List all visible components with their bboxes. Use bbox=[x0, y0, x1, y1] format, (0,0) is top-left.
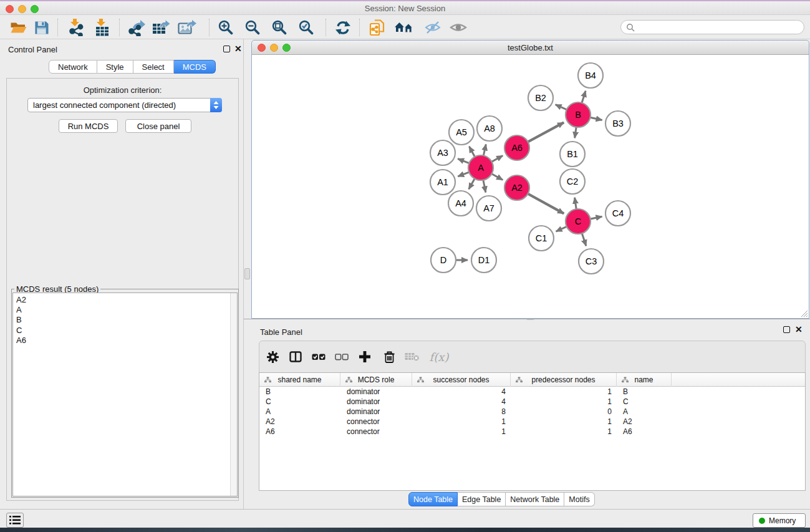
list-icon bbox=[9, 516, 21, 525]
add-column-button[interactable] bbox=[355, 347, 374, 366]
result-item[interactable]: A6 bbox=[16, 336, 26, 346]
copy-network-button[interactable] bbox=[367, 17, 387, 37]
table-panel-close-button[interactable]: ✕ bbox=[795, 325, 803, 334]
result-item[interactable]: C bbox=[16, 326, 26, 336]
node-A[interactable]: A bbox=[468, 155, 493, 180]
resize-grip-icon[interactable] bbox=[800, 309, 808, 317]
control-panel-float-button[interactable] bbox=[223, 46, 230, 52]
column-header-name[interactable]: name bbox=[617, 373, 672, 387]
cell: A6 bbox=[617, 427, 672, 437]
table-row-B[interactable]: Bdominator41B bbox=[259, 387, 805, 397]
node-B1[interactable]: B1 bbox=[560, 142, 585, 167]
node-A1[interactable]: A1 bbox=[430, 170, 455, 195]
table-row-A[interactable]: Adominator80A bbox=[259, 407, 805, 417]
home-icon bbox=[395, 20, 414, 35]
column-header-successor-nodes[interactable]: successor nodes bbox=[412, 373, 511, 387]
node-C1[interactable]: C1 bbox=[529, 226, 554, 251]
svg-text:B2: B2 bbox=[535, 93, 546, 103]
node-D[interactable]: D bbox=[431, 248, 456, 273]
criterion-select[interactable]: largest connected component (directed) bbox=[27, 98, 222, 112]
export-network-button[interactable] bbox=[127, 17, 147, 37]
result-item[interactable]: A2 bbox=[16, 295, 26, 305]
function-builder-button[interactable]: f(x) bbox=[425, 347, 453, 366]
node-A8[interactable]: A8 bbox=[477, 116, 502, 141]
deselect-all-button[interactable] bbox=[332, 347, 351, 366]
select-all-button[interactable] bbox=[309, 347, 328, 366]
table-row-A6[interactable]: A6connector11A6 bbox=[259, 427, 805, 437]
show-details-button[interactable] bbox=[448, 17, 468, 37]
control-panel-title: Control Panel bbox=[8, 45, 57, 54]
result-item[interactable]: B bbox=[16, 315, 26, 325]
vertical-splitter-handle[interactable] bbox=[244, 268, 250, 279]
table-panel-float-button[interactable] bbox=[783, 326, 790, 333]
table-row-A2[interactable]: A2connector11A2 bbox=[259, 417, 805, 427]
node-C2[interactable]: C2 bbox=[560, 169, 585, 194]
node-A4[interactable]: A4 bbox=[448, 191, 473, 216]
criterion-value: largest connected component (directed) bbox=[33, 100, 176, 110]
node-A2[interactable]: A2 bbox=[504, 175, 529, 200]
delete-table-button[interactable] bbox=[403, 347, 422, 366]
node-D1[interactable]: D1 bbox=[471, 248, 496, 273]
zoom-in-button[interactable] bbox=[216, 17, 236, 37]
run-mcds-button[interactable]: Run MCDS bbox=[59, 119, 118, 133]
cell: B bbox=[617, 387, 672, 397]
result-scrollbar[interactable] bbox=[230, 293, 237, 496]
column-selector-button[interactable] bbox=[286, 347, 305, 366]
memory-button[interactable]: Memory bbox=[753, 513, 806, 528]
mcds-result-list[interactable]: A2ABCA6 bbox=[12, 293, 238, 496]
network-canvas[interactable]: B4B2BB3A5A8A6B1A3AC2A1A2A4A7C4CC1C3DD1 bbox=[252, 55, 809, 318]
node-B[interactable]: B bbox=[566, 102, 591, 127]
zoom-selected-button[interactable] bbox=[296, 17, 316, 37]
table-tab-node-table[interactable]: Node Table bbox=[408, 492, 458, 506]
cell: dominator bbox=[340, 407, 412, 417]
node-C[interactable]: C bbox=[566, 209, 591, 234]
network-window-titlebar[interactable]: testGlobe.txt bbox=[252, 41, 809, 55]
table-row-C[interactable]: Cdominator41C bbox=[259, 397, 805, 407]
column-header-MCDS-role[interactable]: MCDS role bbox=[340, 373, 412, 387]
table-tab-motifs[interactable]: Motifs bbox=[564, 492, 594, 506]
open-folder-icon bbox=[10, 21, 27, 35]
open-session-button[interactable] bbox=[8, 17, 28, 37]
tab-network[interactable]: Network bbox=[49, 60, 97, 74]
table-tab-network-table[interactable]: Network Table bbox=[506, 492, 564, 506]
columns-icon bbox=[289, 351, 302, 362]
svg-text:A7: A7 bbox=[483, 203, 494, 213]
import-network-button[interactable] bbox=[66, 17, 86, 37]
search-input[interactable] bbox=[620, 20, 804, 34]
node-A7[interactable]: A7 bbox=[476, 196, 501, 221]
column-header-shared-name[interactable]: shared name bbox=[259, 373, 340, 387]
tab-select[interactable]: Select bbox=[133, 60, 174, 74]
table-settings-button[interactable] bbox=[263, 347, 282, 366]
export-table-button[interactable] bbox=[152, 17, 171, 37]
node-C4[interactable]: C4 bbox=[605, 201, 630, 226]
tree-icon bbox=[516, 377, 523, 383]
tab-mcds[interactable]: MCDS bbox=[174, 60, 216, 74]
node-A6[interactable]: A6 bbox=[504, 135, 529, 160]
delete-column-button[interactable] bbox=[380, 347, 398, 366]
zoom-selected-icon bbox=[298, 19, 314, 36]
result-item[interactable]: A bbox=[16, 305, 26, 315]
node-B3[interactable]: B3 bbox=[605, 111, 630, 136]
save-session-button[interactable] bbox=[31, 17, 51, 37]
zoom-fit-button[interactable] bbox=[269, 17, 289, 37]
table-tab-edge-table[interactable]: Edge Table bbox=[458, 492, 506, 506]
node-B2[interactable]: B2 bbox=[528, 85, 553, 110]
node-A3[interactable]: A3 bbox=[430, 140, 455, 165]
close-panel-button[interactable]: Close panel bbox=[125, 119, 191, 133]
network-graph: B4B2BB3A5A8A6B1A3AC2A1A2A4A7C4CC1C3DD1 bbox=[252, 55, 809, 318]
node-C3[interactable]: C3 bbox=[579, 249, 604, 274]
import-table-button[interactable] bbox=[92, 17, 112, 37]
task-history-button[interactable] bbox=[6, 513, 24, 528]
node-B4[interactable]: B4 bbox=[578, 63, 603, 88]
home-button[interactable] bbox=[394, 17, 414, 37]
tab-style[interactable]: Style bbox=[97, 60, 133, 74]
control-panel-close-button[interactable]: ✕ bbox=[234, 44, 242, 53]
table-panel-title: Table Panel bbox=[260, 327, 302, 337]
refresh-button[interactable] bbox=[333, 17, 353, 37]
export-image-button[interactable] bbox=[177, 17, 197, 37]
zoom-out-button[interactable] bbox=[243, 17, 263, 37]
hide-details-button[interactable] bbox=[423, 17, 443, 37]
svg-text:A1: A1 bbox=[437, 177, 448, 187]
column-header-predecessor-nodes[interactable]: predecessor nodes bbox=[511, 373, 617, 387]
node-A5[interactable]: A5 bbox=[449, 120, 474, 145]
